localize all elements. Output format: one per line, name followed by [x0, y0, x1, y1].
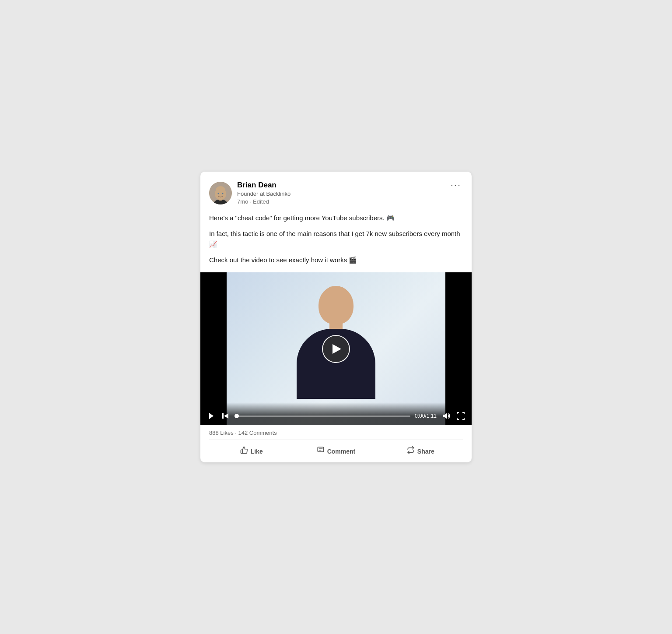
svg-point-5 — [218, 193, 219, 194]
video-skip-back-button[interactable] — [220, 411, 230, 421]
post-line-1: Here's a "cheat code" for getting more Y… — [209, 213, 463, 223]
share-button[interactable]: Share — [378, 442, 463, 461]
post-card: Brian Dean Founder at Backlinko 7mo · Ed… — [200, 172, 472, 462]
avatar[interactable] — [209, 182, 232, 204]
video-progress-dot — [234, 414, 239, 418]
video-player[interactable]: 0:00/1:11 — [200, 272, 472, 425]
post-actions: Like Comment Share — [209, 440, 463, 462]
video-fullscreen-button[interactable] — [456, 411, 466, 421]
comment-button[interactable]: Comment — [294, 442, 378, 461]
share-label: Share — [417, 448, 434, 455]
like-icon — [240, 446, 248, 456]
svg-marker-7 — [209, 413, 214, 419]
video-volume-button[interactable] — [441, 411, 452, 421]
post-meta: 7mo · Edited — [237, 198, 290, 206]
svg-point-4 — [216, 186, 225, 195]
like-label: Like — [251, 448, 263, 455]
fullscreen-icon — [457, 412, 465, 420]
author-name[interactable]: Brian Dean — [237, 180, 290, 190]
share-icon — [407, 446, 415, 456]
engagement-stats: 888 Likes · 142 Comments — [209, 425, 463, 440]
svg-rect-9 — [222, 413, 224, 419]
volume-icon — [442, 412, 451, 420]
video-controls: 0:00/1:11 — [200, 402, 472, 425]
svg-rect-11 — [318, 447, 324, 452]
comment-label: Comment — [327, 448, 356, 455]
author-title: Founder at Backlinko — [237, 190, 290, 198]
video-progress-bar[interactable] — [234, 416, 410, 417]
more-options-button[interactable]: ··· — [449, 180, 463, 190]
author-info: Brian Dean Founder at Backlinko 7mo · Ed… — [237, 180, 290, 206]
play-button[interactable] — [322, 335, 350, 363]
post-header: Brian Dean Founder at Backlinko 7mo · Ed… — [209, 180, 463, 206]
like-button[interactable]: Like — [209, 442, 294, 461]
svg-marker-8 — [224, 413, 228, 419]
play-icon — [207, 412, 215, 420]
person-head — [318, 286, 354, 324]
comment-icon — [317, 446, 325, 456]
engagement-separator: · — [235, 430, 238, 436]
likes-count: 888 Likes — [209, 430, 234, 436]
svg-marker-10 — [443, 413, 447, 419]
header-left: Brian Dean Founder at Backlinko 7mo · Ed… — [209, 180, 290, 206]
svg-point-6 — [222, 193, 224, 194]
post-line-3: Check out the video to see exactly how i… — [209, 255, 463, 265]
video-time: 0:00/1:11 — [415, 413, 437, 419]
post-line-2: In fact, this tactic is one of the main … — [209, 229, 463, 250]
play-triangle-icon — [332, 344, 341, 354]
video-play-button[interactable] — [206, 411, 216, 421]
post-text: Here's a "cheat code" for getting more Y… — [209, 213, 463, 265]
comments-count: 142 Comments — [238, 430, 277, 436]
skip-back-icon — [221, 412, 229, 420]
